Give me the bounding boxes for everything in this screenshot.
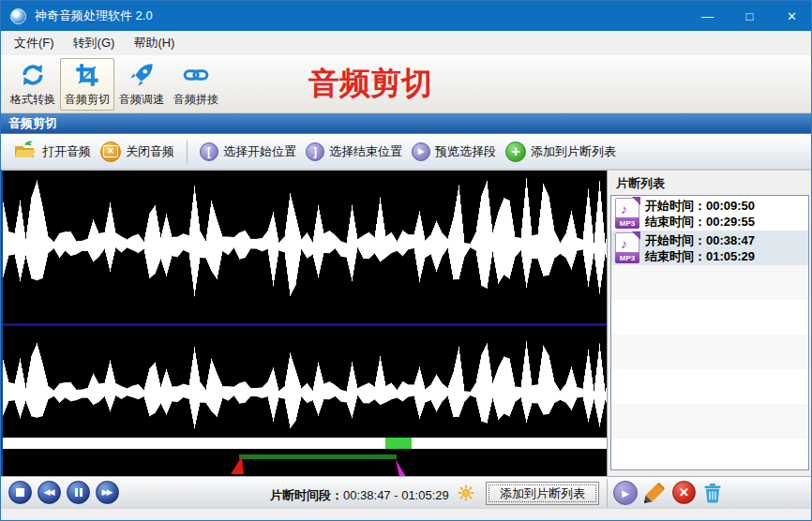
audio-cut-label: 音频剪切 xyxy=(65,92,110,108)
bracket-open-icon: [ xyxy=(200,142,218,161)
close-audio-icon: ✕ xyxy=(100,141,121,162)
trash-icon[interactable] xyxy=(701,482,724,504)
list-empty-row xyxy=(611,265,808,300)
select-start-label: 选择开始位置 xyxy=(223,143,296,160)
list-empty-row xyxy=(611,404,808,439)
close-button[interactable]: ✕ xyxy=(771,1,812,31)
pause-button[interactable] xyxy=(67,481,90,504)
progress-position-segment xyxy=(385,438,412,449)
add-to-list-label: 添加到片断列表 xyxy=(531,143,616,160)
menubar: 文件(F) 转到(G) 帮助(H) xyxy=(1,31,812,55)
preview-selection-button[interactable]: ▶ 预览选择段 xyxy=(407,142,501,161)
selection-range-line xyxy=(239,454,397,459)
bottom-bar-separator xyxy=(607,479,608,507)
mp3-file-icon: ♪ MP3 xyxy=(615,198,639,229)
toolbar-separator xyxy=(187,141,188,163)
section-header: 音频剪切 xyxy=(1,113,812,134)
menu-help[interactable]: 帮助(H) xyxy=(124,31,184,55)
menu-file[interactable]: 文件(F) xyxy=(5,31,64,55)
audio-speed-label: 音频调速 xyxy=(119,92,164,108)
list-empty-row xyxy=(611,369,808,404)
pause-icon xyxy=(75,488,83,497)
selection-start-marker[interactable] xyxy=(231,456,244,474)
app-window: 神奇音频处理软件 2.0 — □ ✕ 文件(F) 转到(G) 帮助(H) 格式转… xyxy=(0,0,812,521)
close-audio-button[interactable]: ✕ 关闭音频 xyxy=(96,141,179,162)
open-audio-label: 打开音频 xyxy=(42,143,91,160)
music-note-icon: ♪ xyxy=(621,236,627,251)
open-folder-icon xyxy=(13,139,38,164)
audio-speed-button[interactable]: 音频调速 xyxy=(114,58,169,111)
preview-selection-label: 预览选择段 xyxy=(435,143,496,160)
format-convert-button[interactable]: 格式转换 xyxy=(6,58,60,111)
stop-button[interactable] xyxy=(8,481,32,504)
titlebar: 神奇音频处理软件 2.0 — □ ✕ xyxy=(1,1,812,31)
settings-gear-icon[interactable] xyxy=(458,484,474,501)
handshake-icon xyxy=(182,61,210,89)
waveform-channel-left[interactable] xyxy=(3,171,607,323)
fragment-times: 开始时间：00:09:50 结束时间：00:29:55 xyxy=(645,198,755,230)
rewind-button[interactable]: ◀◀ xyxy=(38,481,61,504)
plus-icon: + xyxy=(505,141,526,162)
fast-forward-icon: ▶▶ xyxy=(104,488,112,497)
fragment-list-item-selected[interactable]: ♪ MP3 开始时间：00:38:47 结束时间：01:05:29 xyxy=(611,231,808,265)
fragment-panel: 片断列表 ♪ MP3 开始时间：00:09:50 结束时间：00:29:55 ♪… xyxy=(607,170,812,476)
action-toolbar: 打开音频 ✕ 关闭音频 [ 选择开始位置 ] 选择结束位置 ▶ 预览选择段 + … xyxy=(1,134,812,170)
window-title: 神奇音频处理软件 2.0 xyxy=(35,7,153,24)
selection-marker-strip[interactable] xyxy=(3,449,607,477)
select-end-button[interactable]: ] 选择结束位置 xyxy=(301,142,407,161)
music-note-icon: ♪ xyxy=(621,201,627,216)
fast-forward-button[interactable]: ▶▶ xyxy=(96,481,119,504)
rewind-icon: ◀◀ xyxy=(46,488,53,497)
waveform-channel-right[interactable] xyxy=(3,326,607,438)
app-logo-icon xyxy=(10,8,26,24)
crop-icon xyxy=(73,61,101,89)
list-empty-row xyxy=(611,335,808,369)
edit-pencil-icon[interactable] xyxy=(643,482,666,504)
delete-x-button[interactable]: ✕ xyxy=(672,481,696,504)
preview-play-icon: ▶ xyxy=(412,142,430,161)
mp3-file-icon: ♪ MP3 xyxy=(615,232,639,263)
fragment-list-item[interactable]: ♪ MP3 开始时间：00:09:50 结束时间：00:29:55 xyxy=(611,196,808,231)
audio-cut-button[interactable]: 音频剪切 xyxy=(60,58,114,111)
close-audio-label: 关闭音频 xyxy=(126,143,174,160)
playback-progress-bar[interactable] xyxy=(3,438,607,449)
fragment-range-text: 片断时间段：00:38:47 - 01:05:29 xyxy=(270,487,449,504)
open-audio-button[interactable]: 打开音频 xyxy=(8,139,96,164)
rocket-icon xyxy=(128,61,156,89)
bottom-bar: ◀◀ ▶▶ 片断时间段：00:38:47 - 01:05:29 添加到片断列表 … xyxy=(1,476,812,508)
select-end-label: 选择结束位置 xyxy=(329,143,402,160)
menu-goto[interactable]: 转到(G) xyxy=(64,31,125,55)
fragment-times: 开始时间：00:38:47 结束时间：01:05:29 xyxy=(645,232,755,264)
audio-join-label: 音频拼接 xyxy=(173,92,218,108)
window-controls: — □ ✕ xyxy=(686,1,812,31)
waveform-area xyxy=(1,170,607,476)
add-to-list-button[interactable]: 添加到片断列表 xyxy=(486,482,599,505)
maximize-button[interactable]: □ xyxy=(729,1,771,31)
select-start-button[interactable]: [ 选择开始位置 xyxy=(195,142,301,161)
fragment-list[interactable]: ♪ MP3 开始时间：00:09:50 结束时间：00:29:55 ♪ MP3 … xyxy=(610,195,809,470)
selection-end-marker[interactable] xyxy=(393,459,406,477)
list-empty-row xyxy=(611,300,808,335)
format-convert-label: 格式转换 xyxy=(10,92,55,108)
page-title: 音频剪切 xyxy=(308,63,432,105)
audio-join-button[interactable]: 音频拼接 xyxy=(169,58,223,111)
list-empty-row xyxy=(611,439,808,470)
stop-icon xyxy=(16,488,24,497)
fragment-panel-title: 片断列表 xyxy=(608,171,812,193)
play-fragment-button[interactable]: ▶ xyxy=(613,481,638,505)
convert-cycle-icon xyxy=(19,61,47,89)
minimize-button[interactable]: — xyxy=(686,1,729,31)
add-to-list-action[interactable]: + 添加到片断列表 xyxy=(501,141,621,162)
status-strip xyxy=(1,508,812,521)
bracket-close-icon: ] xyxy=(306,142,324,161)
